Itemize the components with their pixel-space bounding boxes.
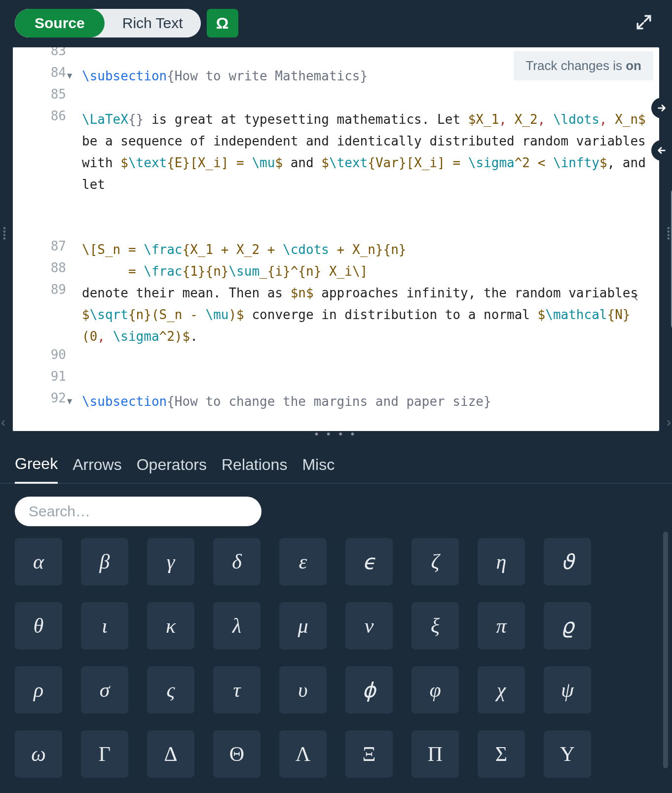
symbol-button[interactable]: ρ xyxy=(15,666,62,714)
symbol-button[interactable]: Γ xyxy=(81,730,128,778)
symbol-category-tabs: Greek Arrows Operators Relations Misc xyxy=(0,449,672,484)
symbol-button[interactable]: Υ xyxy=(544,730,591,778)
horizontal-drag-handle[interactable]: ● ● ● ● xyxy=(13,431,659,440)
line-number: 91 xyxy=(13,369,77,384)
symbol-button[interactable]: κ xyxy=(147,602,194,649)
symbol-button[interactable]: η xyxy=(478,538,525,585)
symbol-button[interactable]: ς xyxy=(147,666,194,714)
left-expand-icon[interactable]: ‹ xyxy=(1,414,5,430)
palette-scrollbar[interactable] xyxy=(663,532,668,768)
fold-icon[interactable]: ▼ xyxy=(67,71,72,80)
left-panel-drag-handle[interactable]: •••• xyxy=(1,227,6,241)
tab-relations[interactable]: Relations xyxy=(222,456,287,483)
symbol-button[interactable]: ι xyxy=(81,602,128,649)
symbol-grid: αβγδεϵζηϑθικλμνξπϱρσςτυϕφχψωΓΔΘΛΞΠΣΥ xyxy=(0,531,672,785)
tab-greek[interactable]: Greek xyxy=(15,455,58,484)
line-number: 90 xyxy=(13,347,77,362)
symbol-button[interactable]: γ xyxy=(147,538,194,585)
symbol-button[interactable]: λ xyxy=(213,602,261,649)
symbol-button[interactable]: ω xyxy=(15,730,62,778)
fold-icon[interactable]: ▼ xyxy=(67,396,72,406)
code-line: = \frac{1}{n}\sum_{i}^{n} X_i\] xyxy=(82,260,653,282)
symbol-button[interactable]: ϱ xyxy=(544,602,591,649)
symbol-button[interactable]: ν xyxy=(345,602,393,649)
nav-arrow-right-icon[interactable] xyxy=(651,98,672,118)
expand-icon[interactable] xyxy=(635,14,652,33)
line-number: 89 xyxy=(13,282,77,297)
code-line: \LaTeX{} is great at typesetting mathema… xyxy=(82,108,653,195)
symbol-button[interactable]: ψ xyxy=(544,666,591,714)
symbol-button[interactable]: Λ xyxy=(279,730,327,778)
track-changes-banner[interactable]: Track changes is on xyxy=(514,51,653,80)
tab-misc[interactable]: Misc xyxy=(302,456,335,483)
symbol-button[interactable]: Ξ xyxy=(345,730,393,778)
line-number: 88 xyxy=(13,260,77,275)
symbol-button[interactable]: α xyxy=(15,538,62,585)
symbol-palette-toggle[interactable]: Ω xyxy=(207,9,238,37)
symbol-button[interactable]: ζ xyxy=(411,538,459,585)
right-panel-drag-handle[interactable]: •••• xyxy=(666,227,671,241)
line-number: 87 xyxy=(13,239,77,253)
symbol-button[interactable]: χ xyxy=(478,666,525,714)
line-gutter: 83 84 ▼ 85 86 87 88 89 90 91 92 ▼ xyxy=(13,47,77,431)
code-line: \[S_n = \frac{X_1 + X_2 + \cdots + X_n}{… xyxy=(82,239,653,260)
symbol-search-wrap xyxy=(0,484,672,531)
line-number: 86 xyxy=(13,108,77,123)
symbol-button[interactable]: Θ xyxy=(213,730,261,778)
nav-arrow-left-icon[interactable] xyxy=(651,140,672,161)
symbol-button[interactable]: μ xyxy=(279,602,327,649)
symbol-button[interactable]: β xyxy=(81,538,128,585)
symbol-search-input[interactable] xyxy=(15,497,261,526)
code-editor[interactable]: Track changes is on ‹ 83 84 ▼ 85 86 87 8… xyxy=(13,47,659,431)
symbol-button[interactable]: υ xyxy=(279,666,327,714)
editor-mode-tabs: Source Rich Text xyxy=(15,9,201,37)
symbol-button[interactable]: ε xyxy=(279,538,327,585)
symbol-button[interactable]: θ xyxy=(15,602,62,649)
topbar: Source Rich Text Ω xyxy=(0,0,672,42)
symbol-button[interactable]: Π xyxy=(411,730,459,778)
line-number: 83 xyxy=(13,47,77,58)
symbol-button[interactable]: ϕ xyxy=(345,666,393,714)
symbol-button[interactable]: σ xyxy=(81,666,128,714)
line-number: 85 xyxy=(13,87,77,102)
right-expand-icon[interactable]: › xyxy=(667,414,671,430)
symbol-button[interactable]: Δ xyxy=(147,730,194,778)
symbol-button[interactable]: δ xyxy=(213,538,261,585)
symbol-button[interactable]: π xyxy=(478,602,525,649)
code-line: \subsection{How to change the margins an… xyxy=(82,391,653,412)
symbol-button[interactable]: ϑ xyxy=(544,538,591,585)
tab-source[interactable]: Source xyxy=(15,9,105,37)
symbol-palette-panel: Greek Arrows Operators Relations Misc αβ… xyxy=(0,443,672,793)
symbol-button[interactable]: φ xyxy=(411,666,459,714)
tab-arrows[interactable]: Arrows xyxy=(73,456,122,483)
symbol-button[interactable]: Σ xyxy=(478,730,525,778)
code-line: denote their mean. Then as $n$ approache… xyxy=(82,282,653,347)
symbol-button[interactable]: ξ xyxy=(411,602,459,649)
tab-operators[interactable]: Operators xyxy=(137,456,207,483)
symbol-button[interactable]: τ xyxy=(213,666,261,714)
tab-rich-text[interactable]: Rich Text xyxy=(105,9,201,37)
symbol-button[interactable]: ϵ xyxy=(345,538,393,585)
